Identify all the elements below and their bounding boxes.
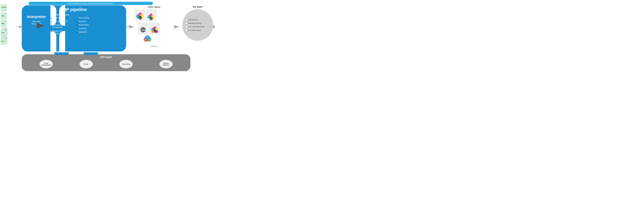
svg-text:XPS: XPS: [2, 23, 4, 24]
svg-text:PDF: PDF: [2, 15, 4, 17]
svg-marker-49: [158, 22, 160, 25]
xps-icon: XPS: [1, 20, 6, 27]
input-files-list: PostScript PDF XPS TIFF: [0, 4, 19, 44]
svg-point-55: [155, 30, 158, 33]
api-item-screening: Screening: [120, 60, 132, 68]
ops-item: ● TransparencyCompositing: [51, 24, 68, 28]
svg-text:R: R: [145, 39, 146, 40]
svg-marker-13: [5, 29, 6, 30]
ops-item: ● Imposition: [76, 20, 89, 23]
ops-item: ● Calibration: [51, 17, 68, 19]
jpeg-icon: JPEG: [1, 29, 6, 36]
ops-item: ● Screening: [76, 27, 89, 30]
bit-option-multilevel: Multi-level screened: [185, 22, 210, 24]
color-space-section: Color space K C M Y W: [135, 5, 173, 47]
list-item: BMP PNG: [1, 36, 18, 44]
ops-item: ● Font handling: [76, 17, 89, 19]
bitdepth-to-output-arrow: [212, 25, 215, 30]
svg-text:PNG: PNG: [2, 41, 4, 42]
list-item: PostScript: [1, 4, 18, 11]
svg-text:Y: Y: [142, 15, 142, 17]
bit-depth-title: Bit depth: [180, 5, 215, 8]
cmykw-doc: W K: [146, 9, 156, 21]
svg-marker-36: [154, 9, 156, 11]
input-arrow: [16, 25, 24, 30]
color-space-docs: K C M Y W K MONO: [135, 9, 173, 47]
rip-to-api-connector-right: [84, 52, 98, 55]
api-item-fonts: Fonts: [80, 60, 93, 68]
pdf-icon: PDF: [1, 12, 6, 19]
svg-text:M: M: [140, 14, 140, 15]
svg-marker-16: [6, 36, 7, 38]
svg-text:PostScript: PostScript: [1, 7, 6, 8]
top-banner: Multi-threaded processing, including Har…: [29, 2, 153, 5]
svg-marker-19: [5, 38, 6, 39]
separation-label: Separation: [78, 31, 87, 33]
list-item: PDF: [1, 12, 18, 19]
svg-text:K: K: [140, 17, 140, 19]
bit-icon: [185, 19, 187, 21]
ops-col2: ● Font handling ● Imposition ● Rasteriza…: [76, 17, 89, 35]
svg-text:C: C: [137, 15, 138, 17]
svg-point-54: [152, 30, 154, 33]
svg-text:K: K: [150, 18, 152, 19]
list-item: TIFF JPEG: [1, 28, 18, 35]
svg-marker-26: [143, 9, 145, 11]
ops-item: ● Color management: [51, 20, 68, 23]
colorspace-to-bitdepth-arrow: [173, 25, 180, 30]
api-item-color-management: Colormanagement: [40, 60, 53, 68]
banner-text: Multi-threaded processing, including Har…: [68, 2, 114, 4]
ops-col1: ● Calibration ● Color management ● Trans…: [51, 17, 68, 35]
svg-marker-10: [6, 28, 7, 29]
color-space-title: Color space: [135, 5, 173, 8]
svg-text:G: G: [148, 39, 150, 40]
bit-option-1screened: 1-bit screened: [185, 19, 210, 21]
bit-icon: [185, 26, 187, 28]
bit-icon: [185, 29, 187, 31]
api-title: API layer: [100, 55, 112, 59]
ops-item: ● Separation: [76, 31, 89, 33]
bit-option-10or12: 10- or 12-bit unscreened: [185, 26, 210, 28]
svg-marker-1: [5, 4, 6, 6]
cmykov-doc: [150, 22, 160, 34]
rgb-circles: R G B: [143, 35, 152, 44]
interpreter-title: Interpreter: [23, 15, 50, 19]
png-icon: PNG: [1, 38, 6, 45]
screening-label: Screening: [78, 27, 86, 29]
svg-text:MONO: MONO: [142, 29, 146, 31]
postscript-icon: PostScript: [1, 4, 6, 11]
svg-text:JPEG: JPEG: [1, 32, 4, 33]
rip-title: RIP pipeline: [62, 7, 87, 12]
api-layer: API layer Colormanagement Fonts Screenin…: [22, 54, 190, 71]
ops-header: OPERATIONS INCLUDE:: [51, 14, 126, 16]
api-item-output-interface: Outputinterface: [160, 60, 172, 68]
svg-marker-4: [5, 12, 6, 14]
bit-icon: [185, 22, 187, 24]
cmyk-doc-1: K C M Y: [135, 9, 145, 21]
ops-item: ● Display ListManagement: [51, 30, 68, 35]
ops-item: ● Rasterization: [76, 24, 89, 26]
bit-option-8or16: 8- or 16-bit contone: [185, 29, 210, 31]
operations-panel: OPERATIONS INCLUDE: ● Calibration ● Colo…: [51, 14, 126, 35]
list-item: XPS: [1, 20, 18, 27]
rip-to-api-connector-left: [54, 52, 69, 55]
svg-marker-45: [146, 22, 148, 25]
main-layout: Multi-threaded processing, including Har…: [0, 0, 215, 72]
svg-marker-7: [5, 20, 6, 21]
cmykov-label: (CMYKOV): [150, 46, 158, 47]
mono-doc: MONO: [138, 22, 148, 34]
svg-text:B: B: [147, 37, 148, 38]
bit-depth-section: Bit depth 1-bit screened Multi-level scr…: [180, 5, 215, 41]
rip-to-colorspace-arrow: [126, 25, 135, 30]
waist-arrow: [36, 23, 46, 29]
